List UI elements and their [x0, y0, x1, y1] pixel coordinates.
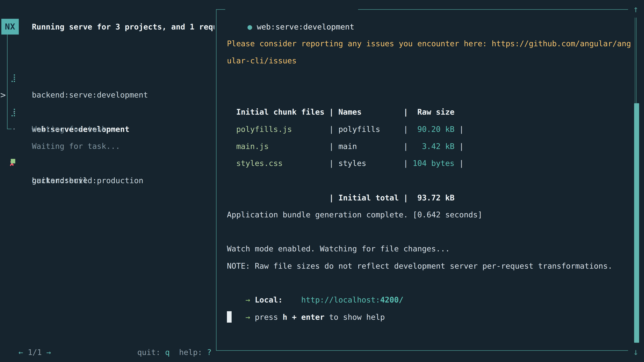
spinner-icon: ⣸ — [10, 69, 20, 86]
note-line: NOTE: Raw file sizes do not reflect deve… — [227, 257, 612, 275]
scroll-up-icon[interactable]: ↑ — [630, 2, 642, 17]
task-row-web-serve[interactable]: > ⣸ web:serve:development — [0, 69, 9, 86]
press-prefix: press — [255, 313, 278, 322]
panel-title: ●web:serve:development — [225, 1, 358, 18]
quit-label: quit: — [137, 348, 160, 357]
chunk-size: 104 bytes — [413, 155, 454, 172]
task-row-backend-build[interactable]: backend:build:production — [0, 155, 9, 172]
chunk-name: styles — [338, 155, 404, 172]
table-row: polyfills.js| polyfills| 90.20 kB | — [227, 104, 464, 121]
notice-line-1: Please consider reporting any issues you… — [227, 35, 631, 52]
help-key: ? — [207, 348, 212, 357]
scroll-down-icon[interactable]: ↓ — [630, 345, 642, 360]
table-row: main.js| main| 3.42 kB | — [227, 121, 464, 138]
chunk-file: styles.css — [236, 155, 329, 172]
panel-title-text: web:serve:development — [257, 22, 354, 31]
running-bullet-icon: ● — [248, 22, 252, 31]
pager-prev-icon[interactable]: ← — [18, 348, 23, 357]
nx-terminal-ui: { "app": { "badge": "NX", "title": "Runn… — [0, 0, 644, 362]
waiting-dot-icon: · — [12, 103, 22, 120]
task-row-guitar-serve[interactable]: ✘ guitar:serve — [0, 138, 9, 155]
watch-mode-line: Watch mode enabled. Watching for file ch… — [227, 240, 450, 257]
total-label: Initial total — [338, 189, 404, 206]
task-row-backend-serve[interactable]: ⣸ backend:serve:development — [0, 52, 9, 69]
scrollbar-track[interactable] — [635, 17, 636, 103]
scrollbar-thumb[interactable] — [634, 103, 639, 343]
terminal-cursor — [227, 311, 232, 323]
task-row-waiting-2[interactable]: · Waiting for task... — [0, 103, 9, 120]
help-hint-line: →pressh + enterto show help — [227, 292, 385, 309]
task-label: Waiting for task... — [32, 120, 120, 138]
bundle-complete-line: Application bundle generation complete. … — [227, 206, 482, 223]
task-row-waiting-1[interactable]: · Waiting for task... — [0, 86, 9, 103]
waiting-dot-icon: · — [12, 120, 22, 138]
task-label: backend:build:production — [32, 172, 144, 189]
table-row: styles.css| styles| 104 bytes | — [227, 138, 464, 155]
table-total-row: | Initial total| 93.72 kB — [227, 172, 454, 189]
nx-logo-badge: NX — [1, 19, 19, 34]
success-square-icon — [11, 159, 15, 163]
help-label: help: — [179, 348, 202, 357]
notice-line-2: ular-cli/issues — [227, 52, 296, 69]
pager: ←1/1→ — [9, 327, 51, 344]
pager-position: 1/1 — [28, 348, 42, 357]
task-label: Waiting for task... — [32, 138, 120, 155]
local-server-line: →Local:http://localhost:4200/ — [227, 274, 403, 291]
table-header-row: Initial chunk files| Names| Raw size — [227, 86, 454, 103]
press-suffix: to show help — [329, 313, 385, 322]
pager-next-icon[interactable]: → — [46, 348, 51, 357]
page-title: Running serve for 3 projects, and 1 requ — [32, 18, 214, 35]
quit-key: q — [165, 348, 170, 357]
prompt-arrow-icon: → — [246, 313, 250, 322]
press-keys: h + enter — [282, 313, 324, 322]
task-label: backend:serve:development — [32, 86, 148, 103]
total-size: 93.72 kB — [413, 189, 454, 206]
keyboard-hints: quit:qhelp:? — [128, 327, 212, 344]
